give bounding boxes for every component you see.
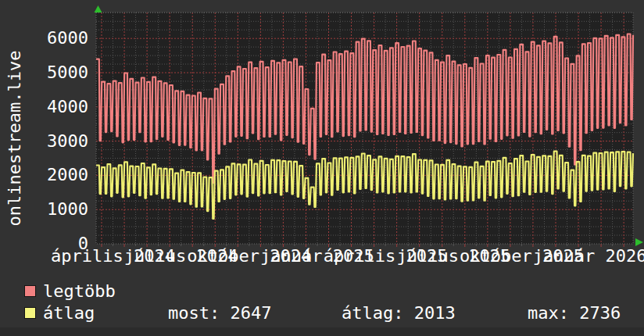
stat-atlag: átlag: 2013 — [342, 305, 456, 322]
rrdtool-graph: onlinestream.live 0 1000 2000 3000 4000 … — [0, 0, 644, 336]
stat-most: most: 2647 — [168, 305, 271, 322]
axis-arrow-right-icon — [635, 238, 643, 246]
y-tick-label: 6000 — [0, 30, 88, 47]
legend-swatch-red — [24, 285, 36, 297]
y-tick-label: 3000 — [0, 133, 88, 150]
y-tick-label: 4000 — [0, 98, 88, 116]
legend-label: legtöbb — [43, 283, 116, 300]
y-tick-label: 2000 — [0, 166, 88, 184]
bottom-shade — [0, 327, 644, 336]
y-tick-label: 1000 — [0, 201, 88, 218]
legend-label: átlag — [43, 305, 95, 322]
stat-max: max: 2736 — [528, 305, 621, 322]
x-tick-label: január 2026 — [533, 248, 644, 265]
y-tick-label: 5000 — [0, 64, 88, 81]
legend-swatch-yellow — [24, 307, 36, 319]
axis-arrow-up-icon — [95, 5, 102, 13]
